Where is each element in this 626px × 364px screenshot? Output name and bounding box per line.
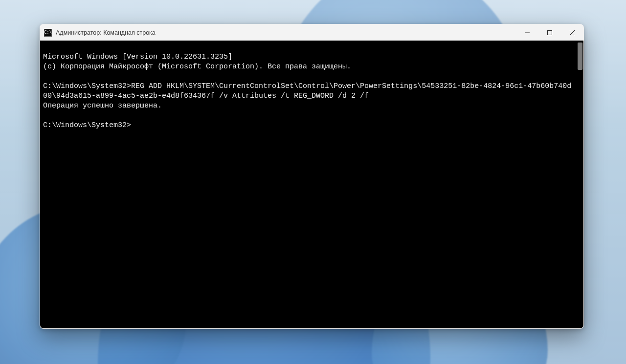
command-prompt-icon-label: C:\ xyxy=(44,30,52,35)
terminal-output: Microsoft Windows [Version 10.0.22631.32… xyxy=(43,43,575,326)
terminal-blank-line xyxy=(43,111,575,121)
terminal-line: Microsoft Windows [Version 10.0.22631.32… xyxy=(43,53,232,61)
terminal-line: (c) Корпорация Майкрософт (Microsoft Cor… xyxy=(43,63,351,71)
minimize-icon xyxy=(525,30,530,35)
close-icon xyxy=(570,30,575,35)
maximize-icon xyxy=(547,30,552,35)
minimize-button[interactable] xyxy=(516,24,538,41)
terminal-prompt: C:\Windows\System32> xyxy=(43,82,131,90)
terminal-area[interactable]: Microsoft Windows [Version 10.0.22631.32… xyxy=(40,41,583,328)
command-prompt-window: C:\ Администратор: Командная строка Micr… xyxy=(40,24,584,329)
titlebar[interactable]: C:\ Администратор: Командная строка xyxy=(40,24,583,41)
window-title: Администратор: Командная строка xyxy=(56,29,156,36)
svg-rect-0 xyxy=(548,30,552,35)
close-button[interactable] xyxy=(561,24,583,41)
maximize-button[interactable] xyxy=(538,24,561,41)
command-prompt-icon: C:\ xyxy=(44,29,52,37)
terminal-result: Операция успешно завершена. xyxy=(43,102,162,110)
scrollbar-thumb[interactable] xyxy=(578,43,582,70)
window-controls xyxy=(516,24,583,41)
terminal-prompt: C:\Windows\System32> xyxy=(43,121,131,129)
terminal-blank-line xyxy=(43,72,575,82)
